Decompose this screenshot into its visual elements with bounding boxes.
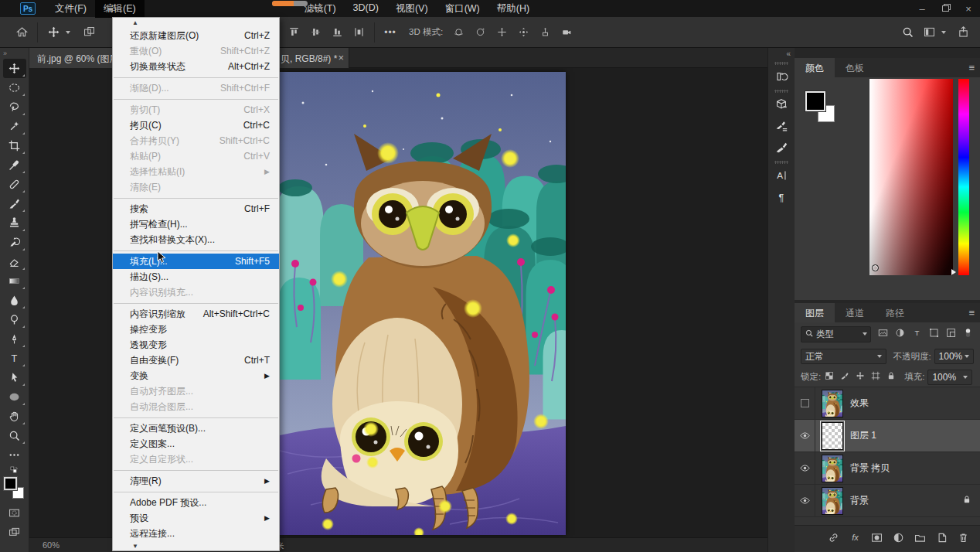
lock-transparent-button[interactable] <box>824 370 835 383</box>
lock-all-button[interactable] <box>886 370 897 383</box>
tool-quick-select[interactable] <box>3 117 26 136</box>
3d-orbit-button[interactable] <box>447 22 469 43</box>
layer-filter-type-dropdown[interactable]: 类型 <box>801 326 871 342</box>
layer-thumbnail[interactable] <box>822 390 843 417</box>
menubar-item-6[interactable]: 窗口(W) <box>437 0 488 18</box>
panel-menu-icon[interactable]: ≡ <box>968 307 974 319</box>
menubar-item-2[interactable]: 编辑(E) <box>95 0 145 18</box>
edit-menu-item-9[interactable]: 拷贝(C)Ctrl+C <box>113 118 279 133</box>
restore-button[interactable] <box>934 0 957 17</box>
quick-mask-button[interactable] <box>3 503 26 523</box>
tool-zoom-tool[interactable] <box>3 426 26 445</box>
blend-mode-dropdown[interactable]: 正常 <box>801 349 886 364</box>
tool-eyedropper[interactable] <box>3 155 26 175</box>
saturation-brightness-field[interactable] <box>869 79 953 275</box>
edit-menu-item-15[interactable]: 搜索Ctrl+F <box>113 201 279 216</box>
add-mask-button[interactable] <box>870 531 883 547</box>
tool-crop[interactable] <box>3 136 26 155</box>
share-icon[interactable] <box>952 22 974 43</box>
dock-brush-settings-button[interactable] <box>770 115 793 137</box>
tool-more-tools[interactable] <box>3 445 26 465</box>
align-center-v-button[interactable] <box>305 22 326 43</box>
lock-pixels-button[interactable] <box>839 370 850 383</box>
menubar-item-1[interactable]: 文件(F) <box>46 0 95 18</box>
more-options-icon[interactable]: ••• <box>379 22 401 43</box>
dock-character-button[interactable]: A <box>770 165 793 186</box>
edit-menu-item-31[interactable]: 定义画笔预设(B)... <box>113 421 279 436</box>
edit-menu-item-32[interactable]: 定义图案... <box>113 436 279 451</box>
opacity-field[interactable]: 100% <box>934 349 974 364</box>
new-layer-button[interactable] <box>935 531 948 547</box>
screen-mode-button[interactable] <box>3 523 26 542</box>
filter-pixel-layer-button[interactable] <box>877 327 889 341</box>
close-button[interactable]: × <box>957 0 980 17</box>
dock-brushes-button[interactable] <box>770 137 793 158</box>
new-adjustment-button[interactable] <box>892 531 905 547</box>
tool-path-select[interactable] <box>3 368 26 387</box>
tool-marquee[interactable] <box>3 78 26 97</box>
fill-field[interactable]: 100% <box>927 370 972 385</box>
3d-scale-button[interactable] <box>534 22 556 43</box>
edit-menu-item-26[interactable]: 自由变换(F)Ctrl+T <box>113 353 279 368</box>
3d-slide-button[interactable] <box>512 22 534 43</box>
ps-logo[interactable]: Ps <box>20 2 36 15</box>
document-image[interactable] <box>280 72 566 535</box>
foreground-color-swatch[interactable] <box>4 477 17 490</box>
layer-thumbnail[interactable] <box>822 422 843 450</box>
tool-blur[interactable] <box>3 291 26 310</box>
search-icon[interactable] <box>897 22 918 43</box>
dock-history-button[interactable] <box>770 66 793 87</box>
panel-menu-icon[interactable]: ≡ <box>968 62 974 73</box>
edit-menu-item-4[interactable]: 切换最终状态Alt+Ctrl+Z <box>113 59 279 74</box>
visibility-toggle[interactable] <box>795 452 815 484</box>
minimize-button[interactable]: – <box>910 0 934 17</box>
tool-type[interactable]: T <box>3 349 26 368</box>
tool-healing[interactable] <box>3 175 26 194</box>
edit-menu-item-39[interactable]: 远程连接... <box>113 526 279 541</box>
edit-menu-item-24[interactable]: 操控变形 <box>113 322 279 337</box>
tool-gradient[interactable] <box>3 271 26 291</box>
tool-brush[interactable] <box>3 194 26 213</box>
scroll-up-arrow[interactable]: ▲ <box>113 18 279 28</box>
scroll-down-arrow[interactable]: ▼ <box>113 541 279 551</box>
hue-slider[interactable] <box>958 79 969 275</box>
menubar-item-5[interactable]: 视图(V) <box>387 0 437 18</box>
tool-history-brush[interactable] <box>3 233 26 252</box>
close-tab-icon[interactable]: × <box>338 52 344 63</box>
filter-adjustment-layer-button[interactable] <box>894 327 906 341</box>
chevron-down-icon[interactable] <box>941 31 946 34</box>
menubar-item-7[interactable]: 帮助(H) <box>488 0 538 18</box>
layers-panel-tab[interactable]: 路径 <box>875 303 915 322</box>
color-panel-tab[interactable]: 色板 <box>835 58 875 77</box>
menubar-item-4[interactable]: 3D(D) <box>345 0 387 18</box>
layer-effects-button[interactable]: fx <box>849 531 862 547</box>
edit-menu-item-38[interactable]: 预设▶ <box>113 510 279 526</box>
align-bottom-button[interactable] <box>326 22 348 43</box>
home-icon[interactable] <box>11 22 32 43</box>
new-group-button[interactable] <box>914 531 927 547</box>
filter-type-layer-button[interactable]: T <box>911 327 923 341</box>
edit-menu-item-35[interactable]: 清理(R)▶ <box>113 473 279 489</box>
tool-lasso[interactable] <box>3 97 26 117</box>
expand-panels-chevrons[interactable]: « <box>768 48 795 60</box>
tool-pen[interactable] <box>3 329 26 349</box>
edit-menu-item-17[interactable]: 查找和替换文本(X)... <box>113 232 279 247</box>
link-layers-button[interactable] <box>827 531 840 547</box>
color-panel-tab[interactable]: 颜色 <box>795 58 835 77</box>
edit-menu-item-16[interactable]: 拼写检查(H)... <box>113 216 279 232</box>
align-top-button[interactable] <box>283 22 305 43</box>
swap-colors-icon[interactable] <box>3 465 26 475</box>
layer-row[interactable]: 效果 <box>795 387 980 420</box>
edit-menu-item-27[interactable]: 变换▶ <box>113 368 279 383</box>
zoom-level-field[interactable]: 60% <box>43 540 60 550</box>
expand-toolbar-chevrons[interactable]: » <box>0 48 29 59</box>
layer-thumbnail[interactable] <box>822 487 843 515</box>
layer-row[interactable]: 图层 1 <box>795 420 980 452</box>
edit-menu-item-2[interactable]: 还原新建图层(O)Ctrl+Z <box>113 28 279 43</box>
tool-eraser[interactable] <box>3 252 26 271</box>
workspace-icon[interactable] <box>918 22 940 43</box>
filter-filter-toggle-button[interactable] <box>962 327 974 341</box>
layer-row[interactable]: 背景 <box>795 485 980 517</box>
3d-pan-button[interactable] <box>491 22 512 43</box>
distribute-button[interactable] <box>348 22 369 43</box>
